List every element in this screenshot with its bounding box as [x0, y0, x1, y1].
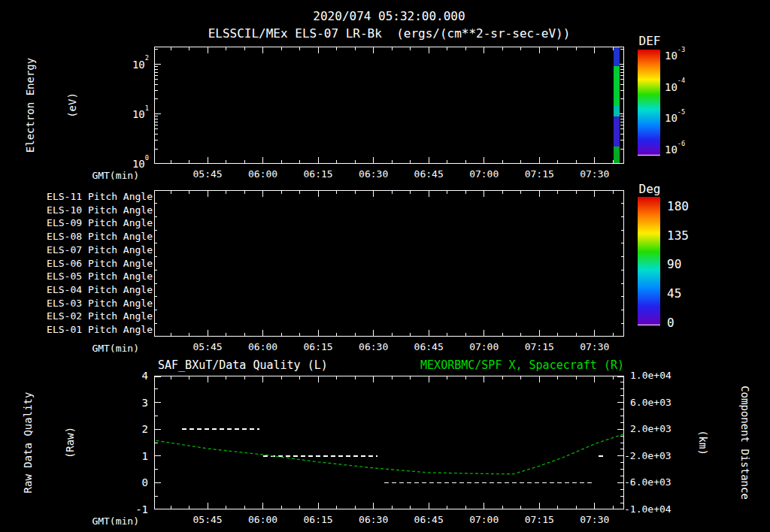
distance-tick-label: 1.0e+04 — [630, 370, 671, 382]
pitch-row-label: ELS-09 Pitch Angle — [30, 217, 153, 229]
x-tick-label: 07:15 — [520, 341, 559, 353]
pitch-row-label: ELS-11 Pitch Angle — [30, 191, 153, 203]
def-colorbar-tick-label: 10-4 — [665, 80, 685, 93]
distance-tick-label: -1.0e+04 — [624, 503, 671, 515]
pitch-row-label: ELS-06 Pitch Angle — [30, 258, 153, 270]
deg-colorbar-tick-label: 0 — [667, 316, 675, 330]
quality-tick-label: 3 — [117, 397, 148, 410]
def-colorbar-title: DEF — [632, 34, 667, 48]
def-colorbar-tick-label: 10-6 — [665, 143, 685, 156]
axis-label-line: Component Distance — [738, 385, 752, 500]
x-tick-label: 07:00 — [465, 514, 504, 526]
x-tick-label: 06:45 — [409, 514, 448, 526]
x-tick-label: 07:15 — [520, 168, 559, 180]
x-tick-label: 06:15 — [299, 168, 338, 180]
x-tick-label: 06:45 — [409, 341, 448, 353]
axis-label-line: Raw Data Quality — [21, 392, 35, 494]
x-tick-label: 07:00 — [465, 168, 504, 180]
quality-tick-label: 1 — [117, 450, 148, 463]
quality-tick-label: -1 — [117, 503, 148, 516]
x-tick-label: 06:00 — [244, 514, 283, 526]
axis-label-line: (eV) — [66, 58, 80, 153]
x-tick-label: 06:45 — [409, 168, 448, 180]
quality-series-title: SAF_BXuT/Data Quality (L) — [158, 358, 328, 372]
electron-energy-axis-label: Electron Energy (eV) — [0, 58, 109, 153]
pitch-row-label: ELS-03 Pitch Angle — [30, 298, 153, 310]
spacecraft-series-title: MEXORBMC/SPF X, Spacecraft (R) — [376, 358, 624, 372]
distance-tick-label: 6.0e+03 — [630, 397, 671, 409]
def-colorbar-tick-label: 10-3 — [665, 49, 685, 62]
axis-label-line: (Raw) — [64, 392, 78, 494]
distance-tick-label: -2.0e+03 — [624, 450, 671, 462]
deg-colorbar-tick-label: 90 — [667, 257, 681, 271]
pitch-row-label: ELS-04 Pitch Angle — [30, 284, 153, 296]
energy-tick-label: 102 — [113, 58, 149, 71]
x-tick-label: 07:30 — [575, 168, 614, 180]
x-tick-label: 06:15 — [299, 341, 338, 353]
pitch-row-label: ELS-10 Pitch Angle — [30, 204, 153, 216]
spectrogram-panel — [154, 47, 624, 164]
quality-tick-label: 2 — [117, 423, 148, 436]
x-tick-label: 06:30 — [354, 168, 393, 180]
pitch-row-label: ELS-02 Pitch Angle — [30, 310, 153, 322]
x-tick-label: 07:30 — [575, 341, 614, 353]
pitch-row-label: ELS-05 Pitch Angle — [30, 271, 153, 283]
gmt-axis-label-3: GMT(min) — [71, 515, 139, 527]
timestamp: 2020/074 05:32:00.000 — [154, 9, 624, 23]
def-colorbar-tick-label: 10-5 — [665, 111, 685, 124]
x-tick-label: 05:45 — [188, 514, 227, 526]
deg-colorbar-tick-label: 135 — [667, 228, 689, 243]
energy-tick-label: 100 — [113, 157, 149, 170]
quality-tick-label: 0 — [117, 476, 148, 489]
plot-title: ELSSCIL/MEx ELS-07 LR-Bk (ergs/(cm**2-sr… — [154, 26, 624, 41]
distance-tick-label: 2.0e+03 — [630, 423, 671, 435]
gmt-axis-label-2: GMT(min) — [71, 343, 139, 354]
x-tick-label: 06:15 — [299, 514, 338, 526]
x-tick-label: 07:00 — [465, 341, 504, 353]
deg-colorbar-title: Deg — [632, 182, 667, 196]
deg-colorbar — [638, 197, 660, 325]
x-tick-label: 06:00 — [244, 341, 283, 353]
quality-distance-panel — [154, 376, 624, 509]
pitch-angle-panel — [154, 190, 624, 337]
quality-tick-label: 4 — [117, 370, 148, 382]
x-tick-label: 05:45 — [188, 341, 227, 353]
pitch-row-label: ELS-08 Pitch Angle — [30, 231, 153, 243]
pitch-row-label: ELS-01 Pitch Angle — [30, 324, 153, 336]
energy-tick-label: 101 — [113, 107, 149, 120]
x-tick-label: 05:45 — [188, 168, 227, 180]
distance-tick-label: -6.0e+03 — [624, 476, 671, 488]
raw-data-quality-axis-label: Raw Data Quality (Raw) — [0, 392, 107, 494]
deg-colorbar-tick-label: 180 — [667, 199, 689, 213]
x-tick-label: 06:00 — [244, 168, 283, 180]
axis-label-line: (km) — [695, 385, 709, 500]
x-tick-label: 07:30 — [575, 514, 614, 526]
gmt-axis-label-1: GMT(min) — [71, 170, 139, 181]
els-quicklook-screen: 2020/074 05:32:00.000 ELSSCIL/MEx ELS-07… — [0, 0, 770, 532]
def-colorbar — [638, 50, 660, 156]
pitch-row-label: ELS-07 Pitch Angle — [30, 244, 153, 256]
x-tick-label: 07:15 — [520, 514, 559, 526]
axis-label-line: Electron Energy — [23, 58, 38, 153]
component-distance-axis-label: Component Distance (km) — [666, 385, 770, 500]
x-tick-label: 06:30 — [354, 514, 393, 526]
deg-colorbar-tick-label: 45 — [667, 286, 681, 301]
x-tick-label: 06:30 — [354, 341, 393, 353]
